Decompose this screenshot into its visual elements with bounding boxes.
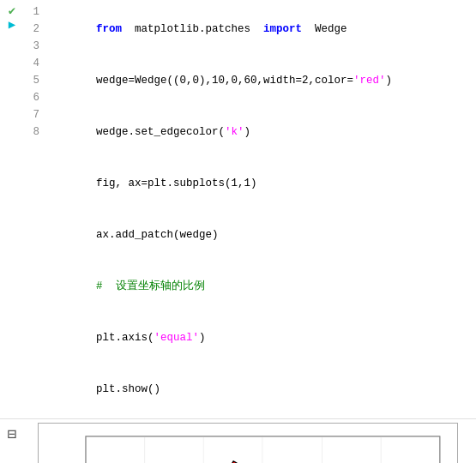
code-line-5: ax.add_patch(wedge) [45, 209, 476, 261]
code-line-7: plt.axis('equal') [45, 312, 476, 364]
plot-container: 0 2 4 6 8 10 0 2 4 6 [24, 419, 476, 463]
line-number-2: 2 [29, 21, 39, 38]
export-icon[interactable]: ⊟ [8, 424, 17, 443]
line-number-1: 1 [29, 3, 39, 21]
keyword-from: from [96, 23, 122, 35]
output-area: ⊟ [0, 419, 476, 463]
code-line-3: wedge.set_edgecolor('k') [45, 106, 476, 158]
line-number-7: 7 [29, 106, 39, 123]
code-editor[interactable]: from matplotlib.patches import Wedge wed… [45, 3, 476, 415]
line-number-4: 4 [29, 55, 39, 72]
code-line-6: # 设置坐标轴的比例 [45, 261, 476, 312]
run-controls: ✔ ▶ [0, 3, 24, 415]
code-line-8: plt.show() [45, 364, 476, 415]
code-line-2: wedge=Wedge((0,0),10,0,60,width=2,color=… [45, 55, 476, 106]
code-area: ✔ ▶ 1 2 3 4 5 6 7 8 from matplotlib.patc… [0, 0, 476, 419]
line-number-3: 3 [29, 38, 39, 55]
main-container: ✔ ▶ 1 2 3 4 5 6 7 8 from matplotlib.patc… [0, 0, 476, 463]
line-number-5: 5 [29, 72, 39, 89]
play-icon[interactable]: ▶ [9, 19, 15, 31]
plot-svg: 0 2 4 6 8 10 0 2 4 6 [38, 423, 458, 463]
code-line-4: fig, ax=plt.subplots(1,1) [45, 158, 476, 209]
line-number-6: 6 [29, 89, 39, 106]
keyword-import: import [263, 23, 302, 35]
svg-rect-1 [85, 436, 439, 463]
line-number-8: 8 [29, 123, 39, 141]
output-icon-col: ⊟ [0, 419, 24, 463]
check-icon[interactable]: ✔ [9, 5, 15, 17]
code-line-1: from matplotlib.patches import Wedge [45, 3, 476, 55]
line-numbers: 1 2 3 4 5 6 7 8 [24, 3, 45, 415]
